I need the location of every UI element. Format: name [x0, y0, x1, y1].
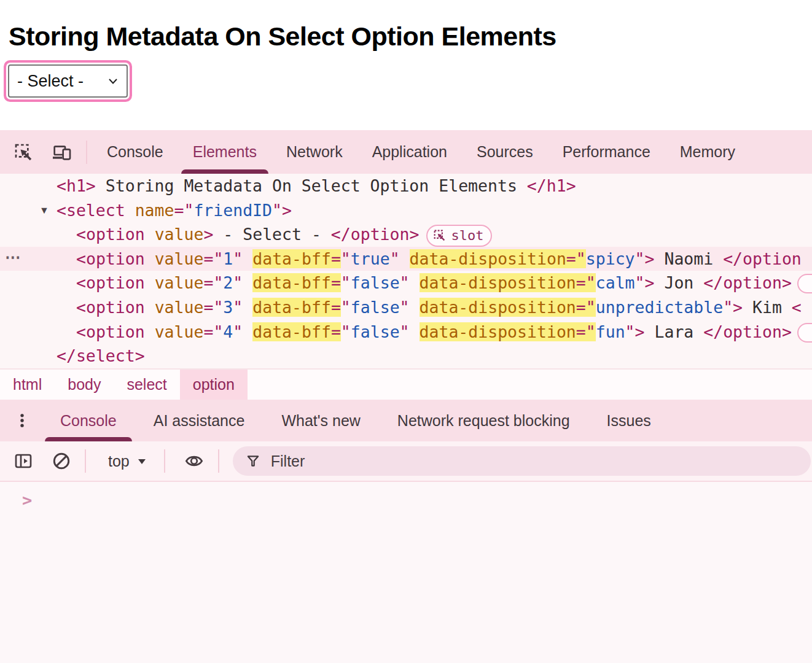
top-tab-bar: ConsoleElementsNetworkApplicationSources… [92, 130, 750, 174]
dom-tree-row[interactable]: </select> [0, 344, 812, 368]
code-token: " [400, 298, 420, 317]
slot-badge-label: slot [451, 228, 483, 243]
code-token: Kim [752, 298, 792, 317]
tab-sources[interactable]: Sources [462, 130, 548, 174]
dom-tree-row[interactable]: <option value="2" data-bff="false" data-… [0, 271, 812, 295]
code-token: data-disposition [420, 322, 576, 341]
code-token: 3 [223, 298, 233, 317]
code-token: <option [76, 298, 145, 317]
code-token: false [351, 273, 400, 292]
inspect-cursor-icon[interactable] [14, 142, 33, 162]
code-token: fun [596, 322, 625, 341]
slot-badge[interactable]: slot [426, 225, 492, 247]
page-title: Storing Metadata On Select Option Elemen… [9, 19, 801, 53]
devtools-panel: ConsoleElementsNetworkApplicationSources… [0, 130, 812, 663]
dom-tree-row[interactable]: <option value="3" data-bff="false" data-… [0, 295, 812, 320]
filter-box[interactable] [233, 446, 811, 476]
dom-tree-row[interactable]: <h1> Storing Metadata On Select Option E… [0, 174, 812, 198]
code-token: true [351, 249, 390, 268]
code-token: value [145, 322, 204, 341]
toolbar-separator [218, 449, 219, 473]
code-token: </option> [703, 322, 792, 341]
tab-console[interactable]: Console [92, 130, 178, 174]
drawer-tab-network-request-blocking[interactable]: Network request blocking [379, 400, 588, 441]
friend-select[interactable]: - Select - [8, 64, 128, 98]
code-token: <h1> [57, 176, 96, 195]
slot-inspect-icon [433, 229, 446, 242]
code-token: </h1> [527, 176, 576, 195]
console-body: > [0, 482, 812, 663]
dom-tree-row[interactable]: <option value="4" data-bff="false" data-… [0, 320, 812, 344]
breadcrumb-item-html[interactable]: html [0, 370, 55, 400]
code-token: "> [625, 322, 655, 341]
context-selector[interactable]: top [104, 452, 150, 470]
code-token: " [341, 298, 351, 317]
tab-network[interactable]: Network [271, 130, 357, 174]
code-token: data-bff [252, 322, 331, 341]
code-token: Jon [664, 273, 703, 292]
code-token: = [331, 249, 341, 268]
tab-elements[interactable]: Elements [178, 130, 271, 174]
tab-performance[interactable]: Performance [548, 130, 665, 174]
code-token: data-bff [252, 249, 331, 268]
clear-console-icon[interactable] [52, 451, 71, 471]
sidebar-panel-icon[interactable] [14, 451, 33, 471]
dom-tree: <h1> Storing Metadata On Select Option E… [0, 174, 812, 368]
toolbar-separator [86, 141, 87, 164]
slot-badge-clipped [797, 274, 812, 293]
code-token: value [145, 249, 204, 268]
expand-arrow-icon[interactable]: ▼ [39, 198, 49, 223]
code-token: "> [635, 249, 665, 268]
drawer-tab-console[interactable]: Console [42, 400, 135, 441]
dom-tree-row[interactable]: ▼<select name="friendID"> [0, 198, 812, 223]
code-token: =" [203, 273, 223, 292]
breadcrumb-item-select[interactable]: select [114, 370, 179, 400]
code-token: = [331, 298, 341, 317]
code-token: calm [596, 273, 635, 292]
code-token: "> [723, 298, 752, 317]
dom-tree-row[interactable]: ⋯<option value="1" data-bff="true" data-… [0, 247, 812, 271]
tab-memory[interactable]: Memory [665, 130, 750, 174]
context-selector-label: top [108, 452, 130, 470]
code-token: <option [76, 273, 145, 292]
code-token: data-disposition [420, 298, 576, 317]
console-prompt[interactable]: > [0, 482, 812, 518]
kebab-menu-icon[interactable] [9, 400, 36, 441]
devtools-top-bar: ConsoleElementsNetworkApplicationSources… [0, 130, 812, 174]
code-token: value [145, 298, 204, 317]
filter-input[interactable] [270, 452, 805, 471]
code-token: " [233, 249, 252, 268]
code-token: </option> [331, 225, 420, 244]
drawer-tab-ai-assistance[interactable]: AI assistance [135, 400, 264, 441]
console-toolbar: top [0, 441, 812, 482]
code-token: value [145, 273, 204, 292]
code-token: " [400, 322, 420, 341]
device-toolbar-icon[interactable] [52, 142, 71, 162]
code-token: name [125, 201, 174, 220]
devtools-toolbar-icons [0, 130, 86, 174]
dropdown-arrow-icon [137, 457, 147, 465]
slot-badge-clipped [797, 323, 812, 343]
code-token: " [400, 273, 420, 292]
tab-application[interactable]: Application [357, 130, 462, 174]
code-token: data-bff [252, 298, 331, 317]
breadcrumb-item-body[interactable]: body [55, 370, 114, 400]
eye-icon[interactable] [184, 451, 205, 471]
toolbar-separator [85, 449, 86, 473]
drawer-tab-what-s-new[interactable]: What's new [263, 400, 378, 441]
code-token: <option [76, 249, 145, 268]
code-token: =" [174, 201, 193, 220]
drawer-tab-issues[interactable]: Issues [588, 400, 670, 441]
code-token: 1 [223, 249, 233, 268]
dom-tree-row[interactable]: <option value> - Select - </option>slot [0, 222, 812, 247]
code-token: " [341, 273, 351, 292]
code-token: unpredictable [596, 298, 723, 317]
breadcrumb-item-option[interactable]: option [180, 370, 248, 400]
code-token: </option [723, 249, 802, 268]
code-token: "> [272, 201, 292, 220]
code-token: <option [76, 225, 145, 244]
code-token: " [341, 322, 351, 341]
drawer-tab-bar: ConsoleAI assistanceWhat's newNetwork re… [0, 400, 812, 441]
overflow-dots-icon[interactable]: ⋯ [5, 246, 21, 270]
code-token: data-disposition [420, 273, 576, 292]
